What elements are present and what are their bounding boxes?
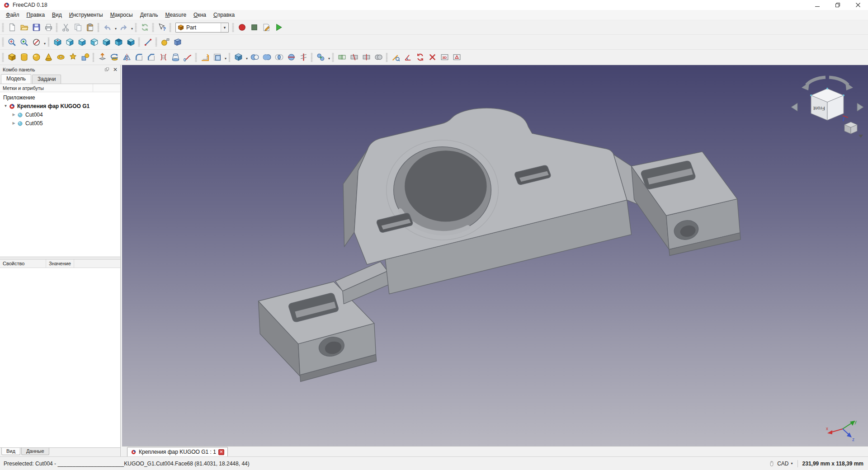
dropdown-arrow-icon[interactable]: ▾ xyxy=(44,42,46,46)
draw-style-button[interactable]: ▾ xyxy=(30,36,47,48)
menu-item-1[interactable]: Правка xyxy=(23,10,49,19)
toolbar-handle-view[interactable] xyxy=(2,38,4,47)
menu-item-5[interactable]: Деталь xyxy=(137,10,162,19)
part-offset-button[interactable] xyxy=(199,51,211,63)
toolbar-handle-boolean[interactable] xyxy=(228,53,231,62)
slice-button[interactable] xyxy=(360,51,373,63)
rotate-ccw-arrow[interactable] xyxy=(802,77,826,90)
part-revolve-button[interactable] xyxy=(108,51,121,63)
toolbar-handle-offset[interactable] xyxy=(195,53,197,62)
navcube-front-label[interactable]: Front xyxy=(813,106,825,111)
toolbar-handle-file[interactable] xyxy=(2,23,4,32)
nav-left-arrow[interactable] xyxy=(791,103,797,111)
panel-tab-0[interactable]: Модель xyxy=(1,74,31,84)
measure-clear-button[interactable] xyxy=(426,51,439,63)
print-button[interactable] xyxy=(42,21,55,33)
property-tab-0[interactable]: Вид xyxy=(1,448,20,455)
expander-closed-icon[interactable]: ▶ xyxy=(11,121,16,125)
cad-part-bracket[interactable] xyxy=(259,108,741,381)
dropdown-arrow-icon[interactable]: ▾ xyxy=(328,57,330,61)
toolbar-handle-macro[interactable] xyxy=(232,23,234,32)
document-tab[interactable]: Крепления фар KUGOO G1 : 1 ✕ xyxy=(127,447,228,456)
measure-distance-button[interactable] xyxy=(142,36,154,48)
3d-viewport[interactable]: Front x y xyxy=(122,65,868,446)
part-right-ear[interactable] xyxy=(632,152,741,256)
panel-close-button[interactable]: ✕ xyxy=(112,66,119,73)
property-column-0[interactable]: Свойство xyxy=(0,259,46,268)
part-box-view-button[interactable] xyxy=(171,36,184,48)
nav-style-selector[interactable]: CAD xyxy=(777,461,788,467)
panel-tab-1[interactable]: Задачи xyxy=(32,75,61,84)
close-button[interactable] xyxy=(848,0,868,10)
part-center-plate[interactable] xyxy=(343,108,631,294)
undo-button[interactable]: ▾ xyxy=(101,21,118,33)
3d-scene[interactable] xyxy=(122,65,868,446)
part-loft-button[interactable] xyxy=(170,51,182,63)
dropdown-arrow-icon[interactable]: ▾ xyxy=(246,57,248,61)
part-sweep-button[interactable] xyxy=(182,51,194,63)
tree-item-cut004[interactable]: ▶Cut004 xyxy=(0,110,120,119)
toolbar-handle-split[interactable] xyxy=(332,53,334,62)
property-editor-body[interactable] xyxy=(0,268,120,447)
toolbar-handle-measure-tools[interactable] xyxy=(386,53,388,62)
cut-button[interactable] xyxy=(60,21,72,33)
view-top-button[interactable] xyxy=(76,36,88,48)
property-tab-1[interactable]: Данные xyxy=(21,448,49,455)
part-union-button[interactable] xyxy=(261,51,273,63)
toggle-3d-button[interactable]: 3D xyxy=(439,51,451,63)
nav-cube-body[interactable] xyxy=(810,88,848,121)
menu-item-8[interactable]: Справка xyxy=(210,10,238,19)
toolbar-handle-refresh[interactable] xyxy=(135,23,137,32)
part-connect-button[interactable]: ▾ xyxy=(315,51,331,63)
part-cut-button[interactable] xyxy=(249,51,261,63)
whats-this-button[interactable]: ? xyxy=(156,21,168,33)
fit-selection-button[interactable] xyxy=(18,36,30,48)
nav-right-arrow[interactable] xyxy=(857,103,863,111)
part-cube-button[interactable] xyxy=(6,51,18,63)
menu-item-7[interactable]: Окна xyxy=(190,10,210,19)
toolbar-handle-undo-redo[interactable] xyxy=(97,23,99,32)
cross-sections-button[interactable] xyxy=(297,51,310,63)
measure-refresh-button[interactable] xyxy=(414,51,426,63)
tree-item-cut005[interactable]: ▶Cut005 xyxy=(0,119,120,127)
menu-item-0[interactable]: Файл xyxy=(2,10,23,19)
part-thickness-button[interactable]: ▾ xyxy=(211,51,227,63)
navigation-cube[interactable]: Front xyxy=(789,68,865,143)
toolbar-handle-part-view[interactable] xyxy=(155,38,157,47)
measure-linear-button[interactable] xyxy=(390,51,402,63)
shape-builder-button[interactable] xyxy=(79,51,91,63)
part-chamfer-button[interactable] xyxy=(145,51,157,63)
menu-item-4[interactable]: Макросы xyxy=(107,10,137,19)
view-bottom-button[interactable] xyxy=(113,36,125,48)
menu-item-3[interactable]: Инструменты xyxy=(66,10,107,19)
part-cone-button[interactable] xyxy=(42,51,55,63)
toolbar-handle-primitives[interactable] xyxy=(2,53,4,62)
appearance-button[interactable] xyxy=(159,36,171,48)
part-mirror-button[interactable] xyxy=(121,51,133,63)
menu-item-2[interactable]: Вид xyxy=(48,10,66,19)
ruled-surface-button[interactable] xyxy=(157,51,170,63)
part-compound-button[interactable]: ▾ xyxy=(232,51,249,63)
macro-edit-button[interactable] xyxy=(260,21,273,33)
dropdown-arrow-icon[interactable]: ▾ xyxy=(225,57,226,61)
redo-button[interactable]: ▾ xyxy=(118,21,134,33)
slice-apart-button[interactable] xyxy=(348,51,360,63)
macro-play-button[interactable] xyxy=(273,21,285,33)
document-tab-close-icon[interactable]: ✕ xyxy=(218,449,224,455)
maximize-button[interactable] xyxy=(827,0,848,10)
toggle-delta-button[interactable] xyxy=(451,51,463,63)
tree-item-document[interactable]: ▼Крепления фар KUGOO G1 xyxy=(0,102,120,110)
part-left-arm[interactable] xyxy=(335,262,389,304)
refresh-button[interactable] xyxy=(139,21,151,33)
view-left-button[interactable] xyxy=(125,36,137,48)
macro-record-button[interactable] xyxy=(236,21,248,33)
toolbar-handle-modify[interactable] xyxy=(92,53,94,62)
dropdown-arrow-icon[interactable]: ▾ xyxy=(115,27,117,31)
nav-mini-cube[interactable] xyxy=(844,122,857,134)
view-right-button[interactable] xyxy=(88,36,100,48)
toolbar-handle-edit[interactable] xyxy=(56,23,58,32)
expander-closed-icon[interactable]: ▶ xyxy=(11,113,16,117)
tree-item-application[interactable]: Приложение xyxy=(0,93,120,102)
part-torus-button[interactable] xyxy=(55,51,67,63)
expander-open-icon[interactable]: ▼ xyxy=(3,104,8,108)
